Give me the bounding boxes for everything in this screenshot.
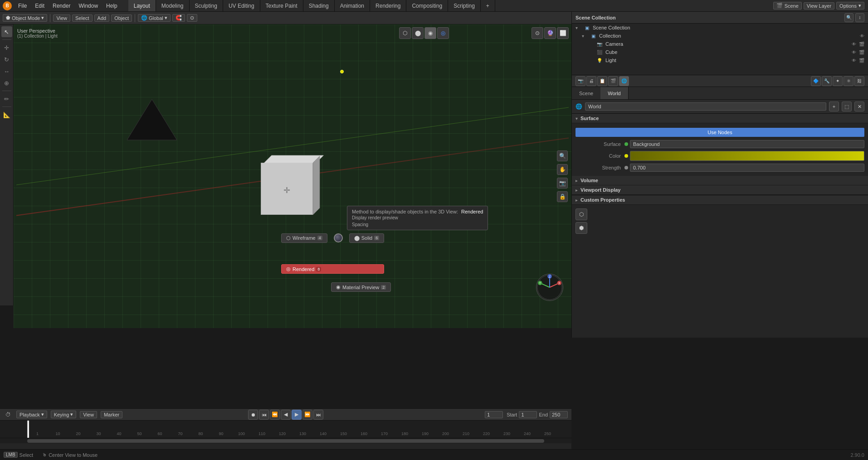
object-props-icon[interactable]: 🔷 (811, 76, 821, 86)
jump-end-btn[interactable]: ⏭ (313, 410, 323, 420)
color-bar[interactable] (630, 151, 864, 161)
wireframe-mode-btn[interactable]: ⬡ (399, 27, 411, 39)
proportional-edit-btn[interactable]: ⊙ (187, 14, 197, 22)
add-menu[interactable]: Add (94, 15, 110, 22)
scene-props-icon[interactable]: 🎬 (608, 76, 618, 86)
timeline-scrollbar[interactable] (0, 438, 571, 443)
show-overlays-btn[interactable]: ⊙ (532, 27, 543, 39)
object-mode-selector[interactable]: ⬟ Object Mode ▾ (3, 14, 47, 22)
outliner-camera[interactable]: 📷 Camera 👁 🎬 (572, 40, 868, 48)
camera-render-icon[interactable]: 🎬 (859, 42, 864, 47)
props-extra-icon-1[interactable]: ⬡ (575, 208, 587, 220)
zoom-out-icon[interactable]: ✋ (557, 164, 568, 175)
global-selector[interactable]: 🌐 Global ▾ (138, 14, 171, 22)
lock-view-icon[interactable]: 🔒 (557, 191, 568, 202)
volume-section-header[interactable]: ▸ Volume (572, 176, 868, 185)
camera-view-icon[interactable]: 📷 (557, 178, 568, 189)
viewport-display-section-header[interactable]: ▸ Viewport Display (572, 185, 868, 195)
solid-btn[interactable]: ⬤ Solid 6 (349, 233, 384, 243)
tab-animation[interactable]: Animation (335, 0, 370, 11)
modifier-props-icon[interactable]: 🔧 (822, 76, 832, 86)
outliner-filter-btn[interactable]: 🔍 (844, 13, 853, 22)
wireframe-btn[interactable]: ⬡ Wireframe 4 (281, 233, 327, 243)
output-props-icon[interactable]: 🖨 (586, 76, 596, 86)
outliner-collection[interactable]: ▾ ▣ Collection 👁 (572, 32, 868, 40)
show-gizmos-btn[interactable]: 🔮 (544, 27, 556, 39)
view-layer-selector[interactable]: View Layer (804, 2, 834, 10)
record-btn[interactable]: ⏺ (248, 410, 258, 420)
viewport-gizmo[interactable]: X Y Z (536, 274, 568, 305)
tool-rotate[interactable]: ↻ (1, 54, 12, 65)
marker-menu[interactable]: Marker (101, 411, 122, 418)
tool-scale[interactable]: ↔ (1, 66, 12, 77)
current-frame-input[interactable] (485, 411, 503, 418)
tab-sculpting[interactable]: Sculpting (190, 0, 223, 11)
custom-props-section-header[interactable]: ▸ Custom Properties (572, 195, 868, 205)
material-preview-btn[interactable]: ◉ (424, 27, 436, 39)
tab-shading[interactable]: Shading (303, 0, 335, 11)
view-timeline-menu[interactable]: View (80, 411, 97, 418)
snap-btn[interactable]: 🧲 (172, 14, 185, 22)
tab-texture-paint[interactable]: Texture Paint (260, 0, 303, 11)
start-frame-input[interactable] (519, 411, 537, 418)
use-nodes-button[interactable]: Use Nodes (575, 128, 864, 137)
surface-value[interactable]: Background (630, 140, 864, 148)
collection-visibility-icon[interactable]: 👁 (860, 34, 864, 39)
play-btn[interactable]: ▶ (292, 410, 302, 420)
world-tab[interactable]: World (600, 87, 629, 99)
tab-scripting[interactable]: Scripting (448, 0, 481, 11)
menu-edit[interactable]: Edit (31, 2, 48, 10)
prev-frame-btn[interactable]: ⏪ (270, 410, 280, 420)
light-visibility-icon[interactable]: 👁 (852, 58, 856, 63)
xray-btn[interactable]: ⬜ (557, 27, 569, 39)
constraints-props-icon[interactable]: ⛓ (854, 76, 864, 86)
cube-render-icon[interactable]: 🎬 (859, 50, 864, 55)
world-props-icon[interactable]: 🌐 (619, 76, 629, 86)
world-name-input[interactable] (585, 102, 826, 111)
rendered-btn[interactable]: ◎ Rendered 8 (281, 264, 384, 274)
material-preview-render-btn[interactable]: ◉ Material Preview 2 (331, 282, 391, 292)
tab-layout[interactable]: Layout (128, 0, 156, 11)
shading-toggle[interactable] (331, 231, 346, 245)
tab-modeling[interactable]: Modeling (156, 0, 190, 11)
tool-move[interactable]: ✛ (1, 42, 12, 53)
tool-select[interactable]: ↖ (1, 26, 12, 37)
props-extra-icon-2[interactable]: ⬢ (575, 222, 587, 234)
rendered-mode-btn[interactable]: ◎ (437, 27, 449, 39)
select-menu[interactable]: Select (72, 15, 93, 22)
timeline-icon[interactable]: ⏱ (4, 411, 13, 419)
strength-value[interactable]: 0.700 (630, 164, 864, 172)
surface-section-header[interactable]: ▾ Surface (572, 114, 868, 123)
world-new-btn[interactable]: + (829, 102, 839, 111)
timeline-scroll-thumb[interactable] (27, 439, 544, 443)
tab-rendering[interactable]: Rendering (370, 0, 406, 11)
jump-start-btn[interactable]: ⏮ (259, 410, 269, 420)
next-frame-btn[interactable]: ⏩ (302, 410, 312, 420)
outliner-sync-btn[interactable]: ↕ (855, 13, 864, 22)
3d-viewport[interactable]: ✛ User Perspective (1) Collection | Ligh… (14, 24, 571, 328)
world-browse-btn[interactable]: ⬚ (842, 102, 852, 111)
view-menu[interactable]: View (53, 15, 70, 22)
solid-mode-btn[interactable]: ⬤ (412, 27, 424, 39)
menu-help[interactable]: Help (102, 2, 121, 10)
tab-compositing[interactable]: Compositing (406, 0, 448, 11)
tab-uv-editing[interactable]: UV Editing (223, 0, 260, 11)
play-reverse-btn[interactable]: ◀ (281, 410, 291, 420)
menu-file[interactable]: File (15, 2, 30, 10)
cube-visibility-icon[interactable]: 👁 (852, 50, 856, 55)
light-render-icon[interactable]: 🎬 (859, 58, 864, 63)
scene-tab[interactable]: Scene (572, 87, 600, 99)
options-btn[interactable]: Options ▾ (836, 2, 864, 10)
tool-measure[interactable]: 📐 (1, 109, 12, 120)
tab-add[interactable]: + (481, 0, 495, 11)
camera-visibility-icon[interactable]: 👁 (852, 42, 856, 47)
world-unlink-btn[interactable]: ✕ (854, 102, 864, 111)
end-frame-input[interactable] (550, 411, 568, 418)
render-props-icon[interactable]: 📷 (575, 76, 585, 86)
physics-props-icon[interactable]: ⚛ (844, 76, 853, 86)
menu-render[interactable]: Render (49, 2, 74, 10)
object-menu[interactable]: Object (111, 15, 132, 22)
outliner-light[interactable]: 💡 Light 👁 🎬 (572, 56, 868, 64)
menu-window[interactable]: Window (75, 2, 102, 10)
outliner-cube[interactable]: ⬛ Cube 👁 🎬 (572, 48, 868, 56)
